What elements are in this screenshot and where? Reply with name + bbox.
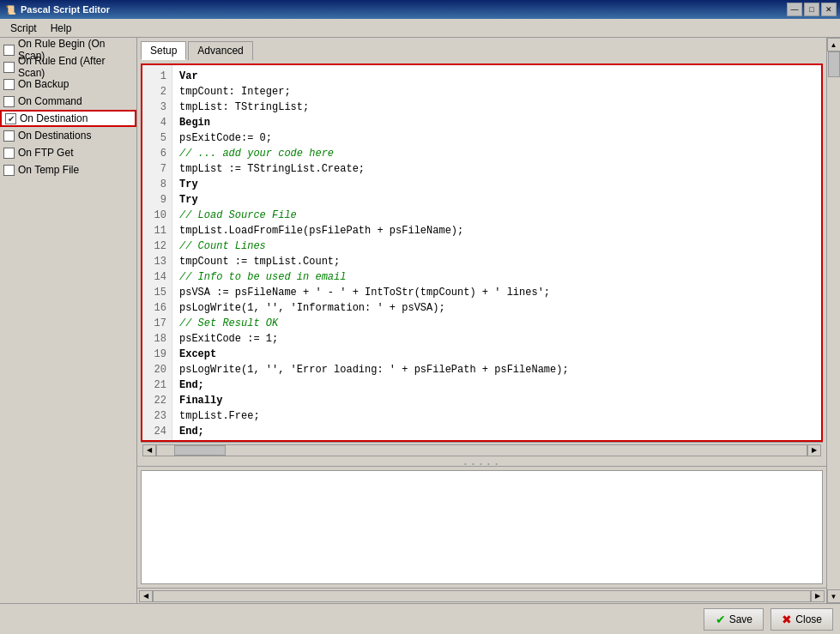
token: psExitCode := 1;	[179, 333, 278, 345]
bottom-area: ◀ ▶	[137, 466, 826, 603]
code-line-18: psExitCode := 1;	[179, 331, 814, 347]
line-number-2: 2	[148, 84, 166, 100]
title-bar: 📜 Pascal Script Editor — □ ✕	[0, 0, 840, 19]
line-number-14: 14	[148, 269, 166, 285]
sidebar-item-on-destination[interactable]: ✔On Destination	[0, 110, 136, 127]
line-number-11: 11	[148, 223, 166, 239]
token: psLogWrite(1, '', 'Information: ' + psVS…	[179, 302, 445, 314]
line-number-7: 7	[148, 161, 166, 177]
code-line-14: // Info to be used in email	[179, 269, 814, 285]
nav-checkbox-on-temp-file[interactable]	[3, 165, 15, 176]
window-title: Pascal Script Editor	[21, 4, 110, 15]
save-button[interactable]: ✔ Save	[704, 608, 764, 631]
token: tmpList: TStringList;	[179, 101, 309, 113]
code-line-21: End;	[179, 377, 814, 393]
code-line-3: tmpList: TStringList;	[179, 100, 814, 115]
sidebar-item-on-command[interactable]: On Command	[0, 93, 136, 110]
bottom-scroll-right-arrow[interactable]: ▶	[811, 590, 825, 602]
code-line-16: psLogWrite(1, '', 'Information: ' + psVS…	[179, 300, 814, 316]
line-number-17: 17	[148, 316, 166, 331]
code-editor[interactable]: 1234567891011121314151617181920212223242…	[141, 63, 823, 442]
bottom-horizontal-scrollbar[interactable]: ◀ ▶	[137, 588, 826, 603]
nav-checkbox-on-ftp-get[interactable]	[3, 148, 15, 159]
nav-checkbox-on-destination[interactable]: ✔	[5, 113, 16, 124]
token: tmpList.Free;	[179, 410, 260, 422]
nav-label-on-destinations: On Destinations	[18, 130, 91, 142]
line-number-12: 12	[148, 239, 166, 254]
close-icon: ✖	[782, 613, 792, 626]
line-number-13: 13	[148, 254, 166, 269]
hscroll-thumb[interactable]	[174, 445, 226, 456]
vscroll-thumb[interactable]	[828, 51, 840, 77]
vscroll-track[interactable]	[828, 51, 840, 589]
nav-checkbox-on-command[interactable]	[3, 96, 15, 107]
nav-items-container: On Rule Begin (On Scan)On Rule End (Afte…	[0, 41, 136, 178]
line-number-1: 1	[148, 69, 166, 84]
tab-advanced[interactable]: Advanced	[188, 41, 252, 60]
vscroll-down-arrow[interactable]: ▼	[827, 589, 841, 603]
token: Try	[179, 194, 198, 206]
line-number-9: 9	[148, 192, 166, 208]
token: Finally	[179, 395, 222, 407]
horizontal-scrollbar[interactable]: ◀ ▶	[141, 442, 823, 457]
vertical-scrollbar[interactable]: ▲ ▼	[826, 38, 840, 603]
line-number-8: 8	[148, 177, 166, 192]
code-line-22: Finally	[179, 393, 814, 408]
close-button-label: Close	[795, 613, 822, 625]
token: tmpList := TStringList.Create;	[179, 163, 365, 175]
line-number-19: 19	[148, 347, 166, 362]
code-lines: Var tmpCount: Integer; tmpList: TStringL…	[172, 65, 821, 442]
scroll-left-arrow[interactable]: ◀	[142, 444, 156, 456]
close-window-button[interactable]: ✕	[821, 3, 837, 16]
nav-checkbox-on-destinations[interactable]	[3, 130, 15, 142]
line-number-16: 16	[148, 300, 166, 316]
sidebar-item-on-destinations[interactable]: On Destinations	[0, 127, 136, 144]
code-line-24: End;	[179, 424, 814, 439]
right-panel: Setup Advanced 1234567891011121314151617…	[137, 38, 826, 603]
window-controls: — □ ✕	[787, 3, 837, 16]
token: End;	[179, 379, 204, 391]
sidebar-item-on-rule-end[interactable]: On Rule End (After Scan)	[0, 58, 136, 75]
token: End;	[179, 426, 204, 438]
menu-script[interactable]: Script	[3, 21, 44, 36]
line-number-6: 6	[148, 146, 166, 161]
bottom-hscroll-track[interactable]	[153, 590, 811, 602]
nav-label-on-backup: On Backup	[18, 78, 69, 90]
nav-checkbox-on-backup[interactable]	[3, 79, 15, 90]
code-line-9: Try	[179, 192, 814, 208]
sidebar-item-on-ftp-get[interactable]: On FTP Get	[0, 144, 136, 161]
nav-label-on-rule-end: On Rule End (After Scan)	[18, 55, 133, 79]
line-number-15: 15	[148, 285, 166, 300]
line-number-21: 21	[148, 377, 166, 393]
nav-label-on-ftp-get: On FTP Get	[18, 147, 73, 159]
code-line-8: Try	[179, 177, 814, 192]
code-line-2: tmpCount: Integer;	[179, 84, 814, 100]
vscroll-up-arrow[interactable]: ▲	[827, 38, 841, 51]
nav-checkbox-on-rule-end[interactable]	[3, 62, 15, 73]
save-button-label: Save	[729, 613, 752, 625]
menu-bar: Script Help	[0, 19, 840, 38]
line-number-3: 3	[148, 100, 166, 115]
token: tmpList.LoadFromFile(psFilePath + psFile…	[179, 225, 463, 237]
code-line-4: Begin	[179, 115, 814, 130]
bottom-scroll-left-arrow[interactable]: ◀	[139, 590, 153, 602]
line-number-20: 20	[148, 362, 166, 377]
close-button[interactable]: ✖ Close	[771, 608, 833, 631]
hscroll-track[interactable]	[156, 444, 807, 456]
line-number-18: 18	[148, 331, 166, 347]
code-line-13: tmpCount := tmpList.Count;	[179, 254, 814, 269]
menu-help[interactable]: Help	[44, 21, 79, 36]
tab-setup[interactable]: Setup	[141, 41, 186, 60]
scroll-right-arrow[interactable]: ▶	[807, 444, 821, 456]
maximize-button[interactable]: □	[804, 3, 819, 16]
token: Var	[179, 70, 198, 82]
output-area[interactable]	[141, 470, 823, 584]
code-scroll-area: 1234567891011121314151617181920212223242…	[142, 65, 821, 442]
token: tmpCount := tmpList.Count;	[179, 256, 340, 268]
token: psExitCode:= 0;	[179, 132, 272, 144]
token: tmpCount: Integer;	[179, 86, 291, 98]
nav-checkbox-on-rule-begin[interactable]	[3, 45, 15, 56]
code-line-19: Except	[179, 347, 814, 362]
minimize-button[interactable]: —	[787, 3, 802, 16]
sidebar-item-on-temp-file[interactable]: On Temp File	[0, 161, 136, 178]
